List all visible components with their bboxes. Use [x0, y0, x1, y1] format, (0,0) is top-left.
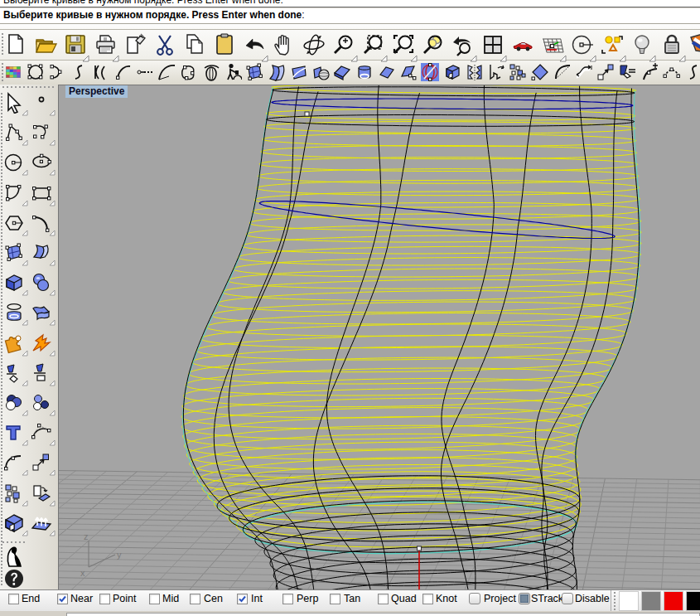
svg-text:y: y	[117, 550, 122, 560]
svg-text:z: z	[84, 531, 89, 541]
svg-text:x: x	[80, 568, 85, 578]
